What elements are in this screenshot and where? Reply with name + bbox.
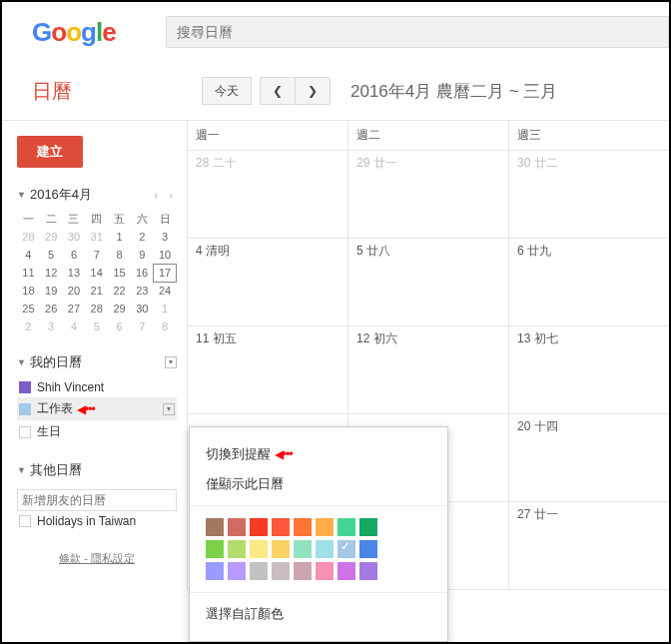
terms-link[interactable]: 條款 — [59, 552, 81, 564]
grid-cell[interactable]: 6 廿九 — [508, 239, 669, 325]
prev-button[interactable]: ❮ — [260, 77, 295, 105]
mini-day[interactable]: 24 — [154, 282, 177, 300]
mini-day[interactable]: 3 — [40, 318, 63, 335]
mini-day[interactable]: 9 — [131, 246, 154, 264]
mini-day[interactable]: 11 — [17, 264, 40, 282]
calendar-item[interactable]: 工作表◀•••▾ — [17, 397, 177, 420]
color-swatch[interactable] — [316, 562, 334, 580]
mini-day[interactable]: 22 — [108, 282, 131, 300]
mini-day[interactable]: 21 — [85, 282, 108, 300]
mini-day[interactable]: 2 — [17, 318, 40, 335]
grid-cell[interactable]: 12 初六 — [347, 326, 508, 413]
color-swatch[interactable] — [316, 518, 334, 536]
chevron-down-icon[interactable]: ▼ — [17, 357, 26, 367]
mini-day[interactable]: 29 — [108, 300, 131, 318]
mini-day[interactable]: 8 — [108, 246, 131, 264]
mini-day[interactable]: 2 — [131, 228, 154, 246]
color-swatch[interactable] — [228, 518, 246, 536]
mini-day[interactable]: 6 — [63, 246, 86, 264]
grid-cell[interactable]: 13 初七 — [508, 326, 669, 413]
mini-day[interactable]: 10 — [154, 246, 177, 264]
mini-day[interactable]: 4 — [17, 246, 40, 264]
mini-day[interactable]: 26 — [40, 300, 63, 318]
color-swatch[interactable] — [359, 562, 377, 580]
mini-day[interactable]: 3 — [154, 228, 177, 246]
mini-day[interactable]: 5 — [85, 318, 108, 335]
color-swatch[interactable] — [272, 562, 290, 580]
mini-day[interactable]: 7 — [85, 246, 108, 264]
google-logo[interactable]: Google — [32, 17, 116, 48]
color-swatch[interactable] — [228, 562, 246, 580]
grid-cell[interactable]: 27 廿一 — [508, 502, 669, 589]
mini-day[interactable]: 19 — [40, 282, 63, 300]
create-button[interactable]: 建立 — [17, 136, 83, 168]
mini-day[interactable]: 28 — [85, 300, 108, 318]
mini-day[interactable]: 28 — [17, 228, 40, 246]
mini-day[interactable]: 25 — [17, 300, 40, 318]
mini-day[interactable]: 30 — [131, 300, 154, 318]
mini-day[interactable]: 16 — [131, 264, 154, 282]
grid-cell[interactable]: 4 清明 — [187, 239, 347, 325]
color-swatch[interactable] — [272, 540, 290, 558]
color-swatch[interactable] — [206, 540, 224, 558]
privacy-link[interactable]: 隱私設定 — [91, 552, 135, 564]
mini-day[interactable]: 15 — [108, 264, 131, 282]
calendar-checkbox[interactable] — [19, 426, 31, 438]
mini-day[interactable]: 1 — [108, 228, 131, 246]
today-button[interactable]: 今天 — [202, 77, 252, 105]
mini-day[interactable]: 27 — [63, 300, 86, 318]
chevron-down-icon[interactable]: ▼ — [17, 465, 26, 475]
color-swatch[interactable] — [294, 562, 312, 580]
color-swatch[interactable] — [337, 562, 355, 580]
calendar-checkbox[interactable] — [19, 403, 31, 415]
mini-day[interactable]: 12 — [40, 264, 63, 282]
calendar-item[interactable]: 生日 — [17, 420, 177, 443]
mini-day[interactable]: 13 — [63, 264, 86, 282]
mini-day[interactable]: 6 — [108, 318, 131, 335]
chevron-down-icon[interactable]: ▼ — [17, 190, 26, 200]
color-swatch[interactable] — [206, 518, 224, 536]
calendar-checkbox[interactable] — [19, 381, 31, 393]
grid-cell[interactable]: 11 初五 — [187, 326, 347, 413]
color-swatch[interactable] — [250, 562, 268, 580]
color-swatch[interactable] — [294, 518, 312, 536]
mini-day[interactable]: 30 — [63, 228, 86, 246]
choose-custom-color-item[interactable]: 選擇自訂顏色 — [206, 599, 431, 629]
mini-day[interactable]: 7 — [131, 318, 154, 335]
color-swatch[interactable] — [206, 562, 224, 580]
calendar-checkbox[interactable] — [19, 515, 31, 527]
calendar-item[interactable]: Holidays in Taiwan — [17, 511, 177, 531]
show-only-this-calendar-item[interactable]: 僅顯示此日曆 — [206, 469, 431, 499]
color-swatch[interactable] — [316, 540, 334, 558]
calendar-item-menu-icon[interactable]: ▾ — [163, 403, 175, 415]
color-swatch[interactable] — [228, 540, 246, 558]
mini-day[interactable]: 14 — [85, 264, 108, 282]
mini-calendar[interactable]: 一二三四五六日 28293031123456789101112131415161… — [17, 210, 177, 335]
mini-day[interactable]: 29 — [40, 228, 63, 246]
search-input[interactable] — [166, 16, 669, 48]
my-calendars-menu-icon[interactable]: ▾ — [165, 356, 177, 368]
color-swatch[interactable] — [359, 518, 377, 536]
mini-day[interactable]: 1 — [154, 300, 177, 318]
color-swatch[interactable] — [359, 540, 377, 558]
mini-day[interactable]: 4 — [63, 318, 86, 335]
mini-day[interactable]: 8 — [154, 318, 177, 335]
add-friend-calendar-input[interactable] — [17, 489, 177, 511]
color-swatch[interactable] — [337, 518, 355, 536]
calendar-item[interactable]: Shih Vincent — [17, 377, 177, 397]
grid-cell[interactable]: 5 廿八 — [347, 239, 508, 325]
color-swatch[interactable] — [294, 540, 312, 558]
color-swatch[interactable] — [250, 518, 268, 536]
mini-day[interactable]: 23 — [131, 282, 154, 300]
switch-to-reminders-item[interactable]: 切換到提醒 ◀••• — [206, 439, 431, 469]
mini-day[interactable]: 18 — [17, 282, 40, 300]
mini-day[interactable]: 20 — [63, 282, 86, 300]
mini-day[interactable]: 5 — [40, 246, 63, 264]
mini-day[interactable]: 31 — [85, 228, 108, 246]
color-swatch[interactable] — [337, 540, 355, 558]
mini-cal-nav[interactable]: ‹ › — [155, 189, 177, 201]
grid-cell[interactable]: 28 二十 — [187, 151, 347, 238]
grid-cell[interactable]: 29 廿一 — [347, 151, 508, 238]
grid-cell[interactable]: 30 廿二 — [508, 151, 669, 238]
grid-cell[interactable]: 20 十四 — [508, 414, 669, 501]
